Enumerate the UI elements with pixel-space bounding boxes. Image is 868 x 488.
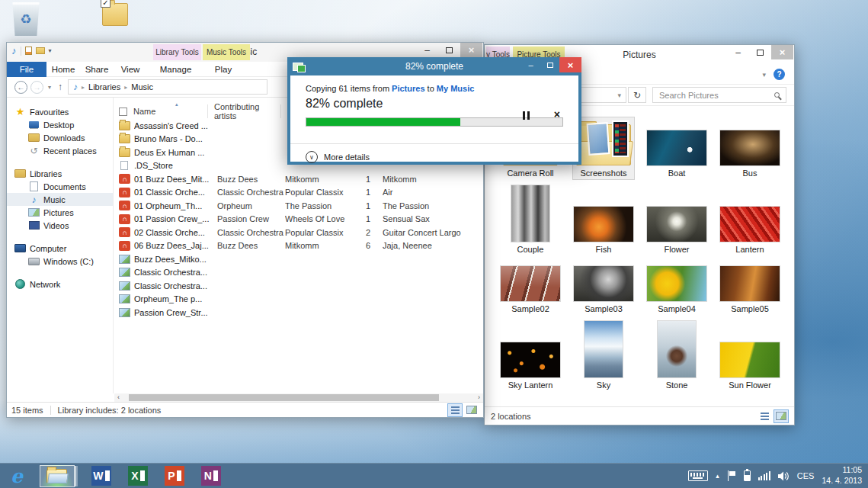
more-details-toggle[interactable]: ∨ More details	[306, 151, 370, 163]
pictures-item-couple[interactable]: Couple	[508, 183, 553, 255]
close-button[interactable]: ×	[559, 57, 581, 72]
sidebar-item-favourites[interactable]: ★Favourites	[7, 105, 113, 118]
pictures-item-sample04[interactable]: Sample04	[644, 264, 709, 315]
table-row[interactable]: ∩01 Passion Crew_...Passion CrewWheels O…	[114, 213, 483, 226]
close-button[interactable]: ×	[460, 43, 482, 57]
table-row[interactable]: Buzz Dees_Mitko...	[114, 252, 483, 266]
pictures-item-sun-flower[interactable]: Sun Flower	[717, 340, 783, 391]
refresh-button[interactable]: ↻	[628, 87, 646, 103]
pictures-item-sky-lantern[interactable]: Sky Lantern	[498, 340, 563, 391]
tab-manage[interactable]: Manage	[152, 62, 200, 77]
pictures-item-lantern[interactable]: Lantern	[717, 204, 783, 255]
address-bar[interactable]: ♪ ▸ Libraries ▸ Music	[68, 79, 267, 95]
pictures-item-sample05[interactable]: Sample05	[717, 264, 783, 315]
pictures-item-sample02[interactable]: Sample02	[498, 264, 563, 315]
new-folder-icon[interactable]	[36, 47, 45, 54]
scroll-right-icon[interactable]: ›	[475, 393, 483, 402]
sidebar-item-recent-places[interactable]: ↺Recent places	[7, 144, 113, 157]
select-all-checkbox[interactable]	[119, 108, 127, 116]
sidebar-item-documents[interactable]: Documents	[7, 180, 113, 193]
sidebar-item-pictures[interactable]: Pictures	[7, 206, 113, 219]
maximize-button[interactable]	[749, 45, 771, 59]
destination-link[interactable]: My Music	[437, 84, 475, 93]
table-row[interactable]: Passion Crew_Str...	[114, 306, 483, 319]
breadcrumb-music[interactable]: Music	[131, 82, 153, 92]
pause-button[interactable]	[523, 111, 530, 120]
back-button[interactable]: ←	[14, 81, 27, 94]
taskbar-excel[interactable]: X	[128, 465, 148, 487]
column-name[interactable]: Name	[133, 104, 208, 118]
pictures-item-stone[interactable]: Stone	[655, 319, 699, 391]
column-contributing-artists[interactable]: Contributing artists	[208, 104, 281, 118]
tab-view[interactable]: View	[114, 62, 147, 77]
details-view-button[interactable]	[448, 404, 462, 416]
tab-play[interactable]: Play	[200, 62, 247, 77]
tab-home[interactable]: Home	[46, 62, 80, 77]
horizontal-scrollbar[interactable]: ‹ ›	[114, 393, 483, 402]
table-row[interactable]: ∩01 Classic Orche...Classic OrchestraPop…	[114, 186, 483, 200]
touch-keyboard-icon[interactable]	[688, 470, 708, 481]
minimize-button[interactable]: –	[727, 45, 749, 59]
recycle-bin-icon[interactable]: ♻	[11, 2, 41, 36]
action-center-flag-icon[interactable]	[727, 470, 736, 481]
desktop-folder-icon[interactable]: ✓	[102, 3, 128, 26]
taskbar-file-explorer[interactable]	[40, 465, 75, 487]
show-hidden-icons-icon[interactable]: ▴	[716, 472, 719, 480]
maximize-button[interactable]	[438, 43, 460, 57]
table-row[interactable]: Orpheum_The p...	[114, 293, 483, 307]
sidebar-item-desktop[interactable]: Desktop	[7, 118, 113, 131]
minimize-button[interactable]: –	[416, 43, 438, 57]
volume-icon[interactable]	[778, 471, 790, 481]
chevron-down-icon[interactable]: ▾	[617, 92, 621, 99]
pictures-item-sample03[interactable]: Sample03	[571, 264, 636, 315]
pictures-item-screenshots[interactable]: Screenshots	[573, 117, 634, 179]
tab-share[interactable]: Share	[80, 62, 114, 77]
taskbar-powerpoint[interactable]: P	[165, 465, 184, 487]
maximize-button[interactable]	[540, 57, 559, 72]
table-row[interactable]: ∩01 Orpheum_Th...OrpheumThe Passion1The …	[114, 199, 483, 213]
sidebar-item-network[interactable]: Network	[7, 278, 113, 291]
network-signal-icon[interactable]	[758, 471, 770, 480]
table-row[interactable]: Classic Orchestra...	[114, 266, 483, 280]
properties-icon[interactable]	[25, 47, 32, 55]
source-link[interactable]: Pictures	[392, 84, 424, 93]
clock[interactable]: 11:05 14. 4. 2013	[822, 465, 862, 486]
cancel-button[interactable]: ×	[554, 108, 560, 120]
help-icon[interactable]: ?	[774, 69, 785, 80]
thumbnail-view-button[interactable]	[774, 410, 788, 422]
pictures-item-fish[interactable]: Fish	[571, 204, 636, 255]
pictures-item-boat[interactable]: Boat	[644, 128, 709, 179]
pictures-item-flower[interactable]: Flower	[644, 204, 709, 255]
sidebar-item-computer[interactable]: Computer	[7, 242, 113, 255]
close-button[interactable]: ×	[771, 45, 793, 59]
details-view-button[interactable]	[757, 410, 771, 422]
tool-tab-library-tools[interactable]: Library Tools	[153, 44, 201, 60]
scroll-left-icon[interactable]: ‹	[114, 393, 123, 402]
minimize-button[interactable]: –	[521, 57, 540, 72]
sidebar-item-libraries[interactable]: Libraries	[7, 167, 113, 180]
pictures-item-sky[interactable]: Sky	[581, 319, 626, 391]
language-indicator[interactable]: CES	[797, 471, 815, 480]
pictures-item-bus[interactable]: Bus	[717, 128, 783, 179]
taskbar-internet-explorer[interactable]: e	[11, 465, 23, 487]
taskbar-word[interactable]: W	[91, 465, 111, 487]
sidebar-item-videos[interactable]: Videos	[7, 219, 113, 232]
sidebar-item-windows-c[interactable]: Windows (C:)	[7, 255, 113, 268]
scrollbar-track[interactable]	[123, 394, 475, 401]
chevron-down-icon[interactable]: ▾	[762, 71, 766, 79]
sidebar-item-music[interactable]: ♪Music	[7, 193, 113, 206]
search-input[interactable]: Search Pictures	[652, 87, 786, 103]
breadcrumb-libraries[interactable]: Libraries	[88, 82, 120, 92]
taskbar-onenote[interactable]: N	[201, 465, 221, 487]
qat-dropdown-icon[interactable]: ▾	[49, 47, 52, 54]
thumbnail-view-button[interactable]	[465, 404, 479, 416]
table-row[interactable]: Classic Orchestra...	[114, 279, 483, 293]
table-row[interactable]: ∩06 Buzz Dees_Jaj...Buzz DeesMitkomm6Jaj…	[114, 239, 483, 253]
scrollbar-thumb[interactable]	[129, 394, 439, 401]
forward-button[interactable]: →	[30, 81, 43, 94]
tab-file[interactable]: File	[7, 62, 46, 77]
sidebar-item-downloads[interactable]: Downloads	[7, 131, 113, 144]
table-row[interactable]: ∩01 Buzz Dees_Mit...Buzz DeesMitkomm1Mit…	[114, 172, 483, 186]
recent-locations-icon[interactable]: ▾	[46, 84, 53, 91]
tool-tab-music-tools[interactable]: Music Tools	[203, 44, 250, 60]
